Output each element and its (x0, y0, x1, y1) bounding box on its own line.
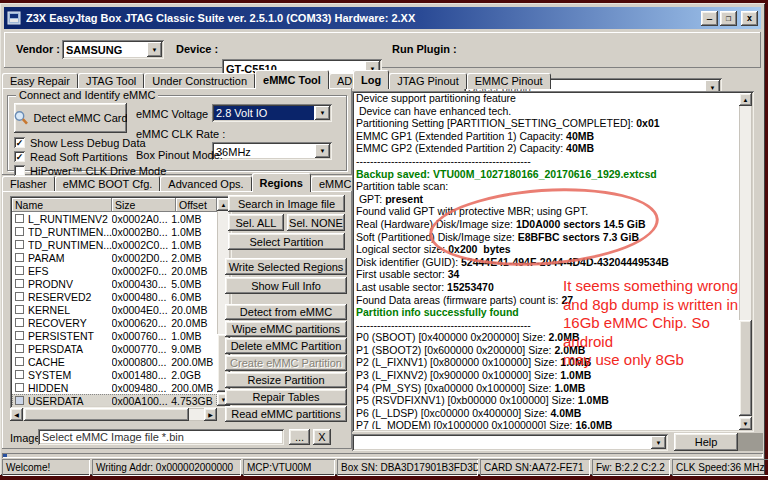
row-checkbox[interactable] (15, 331, 24, 340)
select-none-button[interactable]: Sel. NONE (287, 214, 345, 231)
emmc-voltage-select[interactable]: 2.8 Volt IO ▼ (212, 104, 332, 122)
minimize-button[interactable]: _ (701, 11, 718, 26)
table-row-cache[interactable]: CACHE0x000800...200.0MB (12, 355, 217, 368)
cell-size: 0x009480... (112, 382, 172, 394)
table-row-prodnv[interactable]: PRODNV0x000430...5.0MB (12, 277, 217, 290)
logtab-emmc-pinout[interactable]: EMMC Pinout (467, 73, 551, 89)
scroll-left-icon[interactable]: ◀ (10, 408, 23, 421)
subtab-advanced-ops[interactable]: Advanced Ops. (160, 176, 251, 192)
table-row-userdata[interactable]: USERDATA0x00A100...4.753GB (12, 394, 217, 406)
detect-from-emmc-button[interactable]: Detect from eMMC (225, 304, 347, 320)
chevron-down-icon[interactable]: ▼ (315, 106, 330, 120)
connect-group: Connect and Identify eMMC Detect eMMC Ca… (7, 95, 347, 171)
row-checkbox[interactable] (15, 292, 24, 301)
table-row-recovery[interactable]: RECOVERY0x000620...20.0MB (12, 316, 217, 329)
row-checkbox[interactable] (15, 214, 24, 223)
browse-image-button[interactable]: ... (289, 429, 310, 445)
select-partition-button[interactable]: Select Partition (228, 233, 345, 250)
help-button[interactable]: Help (674, 433, 738, 451)
cell-offset: 4.753GB (171, 395, 217, 407)
log-line: Device can have enhanced tech. (356, 105, 737, 118)
row-checkbox[interactable] (15, 383, 24, 392)
log-line: P7 (L_MODEM) [0x1000000 0x1000000] Size:… (356, 419, 737, 429)
subtab-regions[interactable]: Regions (252, 173, 311, 192)
wipe-emmc-partitions-button[interactable]: Wipe eMMC partitions (225, 321, 347, 337)
cell-offset: 1.0MB (171, 213, 217, 225)
scroll-right-icon[interactable]: ▶ (204, 408, 217, 421)
checkbox-show-less-debug-data[interactable]: ✓Show Less Debug Data (14, 136, 146, 149)
table-row-l-runtimenv2[interactable]: L_RUNTIMENV20x0002A0...1.0MB (12, 212, 217, 225)
table-row-td-runtimen[interactable]: TD_RUNTIMEN...0x0002C0...1.0MB (12, 238, 217, 251)
repair-tables-button[interactable]: Repair Tables (225, 389, 347, 405)
row-checkbox[interactable] (15, 318, 24, 327)
delete-emmc-partition-button[interactable]: Delete eMMC Partition (225, 338, 347, 354)
status-cell-3: Box SN: DBA3D17901B3FD3D (337, 459, 478, 476)
column-header-size[interactable]: Size (112, 198, 176, 212)
column-header-offset[interactable]: Offset (176, 198, 217, 212)
cell-size: 0x000620... (112, 317, 172, 329)
table-row-efs[interactable]: EFS0x0002F0...20.0MB (12, 264, 217, 277)
table-horizontal-scrollbar[interactable]: ◀ ▶ (10, 408, 217, 421)
detect-emmc-button[interactable]: Detect eMMC Card (14, 103, 127, 133)
cell-name: KERNEL (28, 304, 112, 316)
scrollbar-thumb[interactable] (24, 408, 189, 421)
subtab-flasher[interactable]: Flasher (2, 176, 55, 192)
tab-under-construction[interactable]: Under Construction (144, 73, 255, 89)
search-in-image-button[interactable]: Search in Image file (228, 195, 345, 212)
vendor-select[interactable]: SAMSUNG ▼ (62, 40, 164, 59)
tab-easy-repair[interactable]: Easy Repair (2, 73, 78, 89)
row-checkbox[interactable] (15, 357, 24, 366)
table-row-hidden[interactable]: HIDDEN0x009480...200.0MB (12, 381, 217, 394)
checkbox-checked-icon[interactable]: ✓ (14, 137, 25, 148)
row-checkbox[interactable] (15, 370, 24, 379)
clear-image-button[interactable]: X (313, 429, 331, 445)
table-row-system[interactable]: SYSTEM0x001480...2.0GB (12, 368, 217, 381)
read-emmc-partitions-button[interactable]: Read eMMC partitions (225, 406, 347, 422)
log-vertical-scrollbar[interactable]: ▲ ▼ (739, 93, 752, 430)
chevron-down-icon[interactable]: ▼ (651, 436, 666, 449)
cell-name: TD_RUNTIMEN... (28, 239, 112, 251)
table-row-param[interactable]: PARAM0x0002D0...2.0MB (12, 251, 217, 264)
row-checkbox[interactable] (15, 279, 24, 288)
cell-offset: 2.0GB (171, 369, 217, 381)
subtab-emmc-boot-cfg[interactable]: eMMC BOOT Cfg. (55, 176, 161, 192)
scroll-up-icon[interactable]: ▲ (739, 93, 752, 106)
tab-emmc-tool[interactable]: eMMC Tool (255, 70, 329, 89)
checkbox-label: Read Soft Partitions (30, 151, 128, 163)
table-row-reserved2[interactable]: RESERVED20x000480...6.0MB (12, 290, 217, 303)
row-checkbox[interactable] (15, 396, 24, 405)
chevron-down-icon[interactable]: ▼ (315, 144, 330, 158)
logtab-log[interactable]: Log (353, 70, 389, 89)
column-header-name[interactable]: Name (12, 198, 112, 212)
logtab-jtag-pinout[interactable]: JTAG Pinout (389, 73, 467, 89)
tab-jtag-tool[interactable]: JTAG Tool (78, 73, 144, 89)
row-checkbox[interactable] (15, 240, 24, 249)
row-checkbox[interactable] (15, 227, 24, 236)
select-all-button[interactable]: Sel. ALL (228, 214, 284, 231)
title-bar: Z3X EasyJtag Box JTAG Classic Suite ver.… (4, 7, 761, 29)
resize-partition-button[interactable]: Resize Partition (225, 372, 347, 388)
row-checkbox[interactable] (15, 266, 24, 275)
row-checkbox[interactable] (15, 253, 24, 262)
emmc-clk-select[interactable]: 36MHz ▼ (212, 142, 332, 160)
checkbox-checked-icon[interactable]: ✓ (14, 151, 25, 162)
cell-offset: 5.0MB (171, 278, 217, 290)
table-row-persdata[interactable]: PERSDATA0x000770...9.0MB (12, 342, 217, 355)
close-button[interactable]: x (741, 11, 758, 26)
row-checkbox[interactable] (15, 344, 24, 353)
scroll-down-icon[interactable]: ▼ (739, 417, 752, 430)
row-checkbox[interactable] (15, 305, 24, 314)
show-full-info-button[interactable]: Show Full Info (225, 277, 347, 294)
annotation-line: 16Gb eMMC Chip. So android (563, 314, 763, 351)
maximize-button[interactable]: ❐ (720, 11, 737, 26)
image-file-input[interactable]: Select eMMC Image file *.bin (38, 429, 284, 445)
cell-offset: 200.0MB (171, 382, 217, 394)
write-selected-regions-button[interactable]: Write Selected Regions (225, 258, 347, 275)
table-row-kernel[interactable]: KERNEL0x0004E0...20.0MB (12, 303, 217, 316)
checkbox-read-soft-partitions[interactable]: ✓Read Soft Partitions (14, 150, 128, 163)
chevron-down-icon[interactable]: ▼ (147, 42, 162, 57)
table-row-td-runtimen[interactable]: TD_RUNTIMEN...0x0002B0...1.0MB (12, 225, 217, 238)
command-select[interactable]: ▼ (352, 434, 668, 451)
status-cell-6: CLK Speed:36 MHz (672, 459, 768, 476)
table-row-persistent[interactable]: PERSISTENT0x000760...1.0MB (12, 329, 217, 342)
